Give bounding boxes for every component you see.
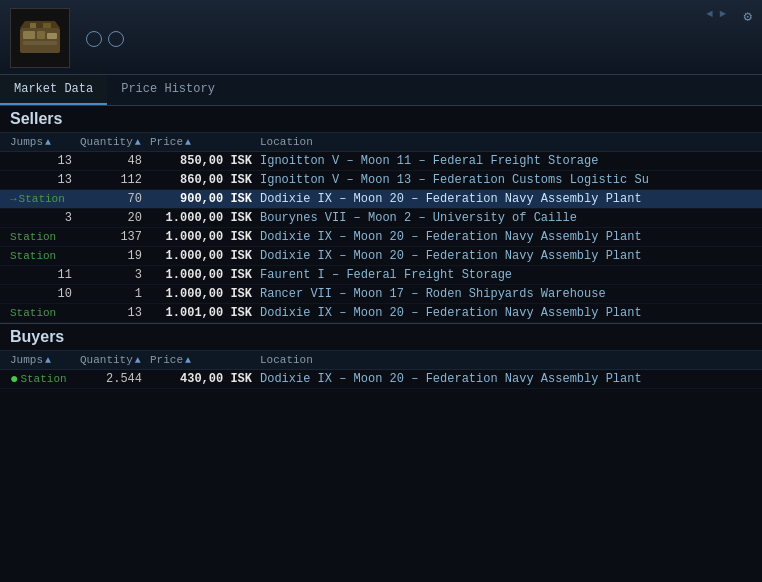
header-text xyxy=(80,29,752,47)
svg-rect-4 xyxy=(23,41,57,45)
nav-arrows: ◄ ► xyxy=(706,8,726,20)
table-row[interactable]: 13112860,00 ISKIgnoitton V – Moon 13 – F… xyxy=(0,171,762,190)
col-header-quantity[interactable]: Quantity ▲ xyxy=(80,354,150,366)
buyers-header: Buyers xyxy=(0,324,762,351)
table-row[interactable]: 3201.000,00 ISKBourynes VII – Moon 2 – U… xyxy=(0,209,762,228)
table-row[interactable]: 1348850,00 ISKIgnoitton V – Moon 11 – Fe… xyxy=(0,152,762,171)
table-row[interactable]: Station131.001,00 ISKDodixie IX – Moon 2… xyxy=(0,304,762,323)
col-header-quantity[interactable]: Quantity ▲ xyxy=(80,136,150,148)
add-icon[interactable] xyxy=(108,31,124,47)
col-header-location[interactable]: Location xyxy=(260,354,752,366)
tab-price-history[interactable]: Price History xyxy=(107,75,229,105)
sellers-col-headers: Jumps ▲Quantity ▲Price ▲Location xyxy=(0,133,762,152)
buyers-section: Buyers Jumps ▲Quantity ▲Price ▲Location … xyxy=(0,323,762,389)
header: ◄ ► ⚙ xyxy=(0,0,762,75)
sellers-section: Sellers Jumps ▲Quantity ▲Price ▲Location… xyxy=(0,106,762,323)
table-row[interactable]: Station191.000,00 ISKDodixie IX – Moon 2… xyxy=(0,247,762,266)
col-header-price[interactable]: Price ▲ xyxy=(150,354,260,366)
tab-market-data[interactable]: Market Data xyxy=(0,75,107,105)
item-title-row xyxy=(80,31,752,47)
item-icon xyxy=(10,8,70,68)
svg-rect-1 xyxy=(23,31,35,39)
buyers-rows: ● Station2.544430,00 ISKDodixie IX – Moo… xyxy=(0,370,762,389)
col-header-location[interactable]: Location xyxy=(260,136,752,148)
svg-rect-3 xyxy=(47,33,57,39)
buyers-col-headers: Jumps ▲Quantity ▲Price ▲Location xyxy=(0,351,762,370)
col-header-jumps[interactable]: Jumps ▲ xyxy=(10,136,80,148)
table-row[interactable]: Station1371.000,00 ISKDodixie IX – Moon … xyxy=(0,228,762,247)
sellers-header: Sellers xyxy=(0,106,762,133)
gear-icon[interactable]: ⚙ xyxy=(744,8,752,25)
table-row[interactable]: → Station70900,00 ISKDodixie IX – Moon 2… xyxy=(0,190,762,209)
info-icon[interactable] xyxy=(86,31,102,47)
svg-marker-5 xyxy=(20,21,60,28)
sellers-rows: 1348850,00 ISKIgnoitton V – Moon 11 – Fe… xyxy=(0,152,762,323)
table-row[interactable]: 1011.000,00 ISKRancer VII – Moon 17 – Ro… xyxy=(0,285,762,304)
tabs: Market DataPrice History xyxy=(0,75,762,106)
svg-rect-7 xyxy=(43,23,51,28)
main-content: Sellers Jumps ▲Quantity ▲Price ▲Location… xyxy=(0,106,762,568)
svg-rect-2 xyxy=(37,31,45,39)
svg-rect-6 xyxy=(30,23,36,28)
table-row[interactable]: ● Station2.544430,00 ISKDodixie IX – Moo… xyxy=(0,370,762,389)
table-row[interactable]: 1131.000,00 ISKFaurent I – Federal Freig… xyxy=(0,266,762,285)
col-header-price[interactable]: Price ▲ xyxy=(150,136,260,148)
col-header-jumps[interactable]: Jumps ▲ xyxy=(10,354,80,366)
